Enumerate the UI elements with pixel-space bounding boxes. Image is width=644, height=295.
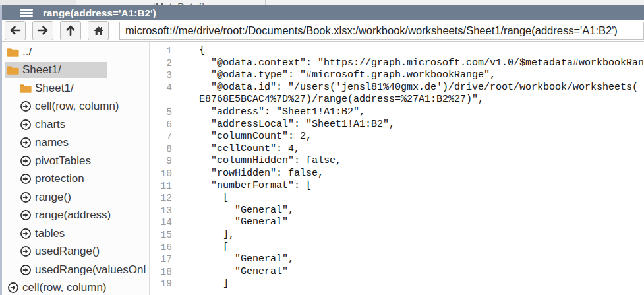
explorer-window: range(address='A1:B2')	[2, 5, 644, 295]
code-row: 12 [	[150, 192, 644, 205]
sidebar-item[interactable]: names	[2, 134, 149, 152]
window-titlebar: range(address='A1:B2')	[2, 5, 644, 20]
code-line: "cellCount": 4,	[194, 143, 644, 156]
line-number: 4	[150, 82, 194, 94]
code-row: 14 "General"	[150, 216, 644, 229]
code-row: 16 [	[150, 242, 644, 254]
code-row: 6 "addressLocal": "Sheet1!A1:B2",	[150, 119, 644, 131]
code-line: "@odata.id": "/users('jensl81%40gmx.de')…	[194, 82, 644, 94]
left-arrow-icon	[9, 25, 21, 36]
line-number: 17	[150, 253, 194, 266]
code-row: 10 "rowHidden": false,	[150, 168, 644, 180]
code-line: "@odata.context": "https://graph.microso…	[194, 57, 644, 70]
code-line: "columnHidden": false,	[194, 155, 644, 168]
code-row: 17 "General",	[150, 253, 644, 266]
code-line: "General",	[194, 253, 644, 266]
line-number: 18	[150, 266, 194, 279]
code-line: "address": "Sheet1!A1:B2",	[194, 106, 644, 119]
sidebar-item[interactable]: ../	[2, 43, 149, 61]
code-line: "numberFormat": [	[194, 180, 644, 193]
code-line: E8768E5BCAC4%7D%27)/range(address=%27A1:…	[194, 94, 644, 106]
line-number: 7	[150, 131, 194, 143]
code-row: 8 "cellCount": 4,	[150, 143, 644, 156]
sidebar-item[interactable]: range(address)	[2, 207, 149, 225]
sidebar-item-label: names	[35, 136, 69, 149]
hamburger-menu-icon[interactable]	[20, 9, 33, 17]
sidebar-item-label: Sheet1/	[22, 63, 61, 77]
code-line: "General",	[194, 205, 644, 217]
line-number: 14	[150, 216, 194, 229]
code-row: 2 "@odata.context": "https://graph.micro…	[150, 57, 644, 70]
sidebar-item[interactable]: cell(row, column)	[2, 279, 149, 295]
forward-button[interactable]	[32, 21, 53, 40]
code-line: "rowHidden": false,	[194, 168, 644, 180]
function-arrow-icon	[19, 209, 32, 221]
sidebar-item[interactable]: cell(row, column)	[2, 98, 149, 116]
line-number: 16	[150, 242, 194, 254]
function-arrow-icon	[19, 228, 32, 240]
code-row: 1 {	[150, 45, 644, 57]
line-number: 5	[150, 106, 194, 119]
function-arrow-icon	[19, 100, 32, 112]
code-row: 18 "General"	[150, 266, 644, 279]
function-arrow-icon	[19, 246, 32, 257]
function-arrow-icon	[19, 119, 32, 131]
up-arrow-icon	[65, 24, 76, 36]
sidebar-tree: ../	[2, 42, 150, 295]
sidebar-item[interactable]: pivotTables	[2, 152, 149, 170]
sidebar-item[interactable]: usedRange(valuesOnl	[2, 261, 149, 279]
sidebar-item[interactable]: usedRange()	[2, 243, 149, 261]
code-row: E8768E5BCAC4%7D%27)/range(address=%27A1:…	[150, 94, 644, 106]
sidebar-item-label: tables	[35, 227, 65, 240]
code-line: "columnCount": 2,	[194, 131, 644, 143]
function-arrow-icon	[7, 282, 19, 294]
function-arrow-icon	[19, 191, 32, 203]
line-number: 2	[150, 57, 194, 70]
line-number: 13	[150, 205, 194, 217]
sidebar-item[interactable]: tables	[2, 224, 149, 243]
function-arrow-icon	[19, 173, 32, 185]
code-line: {	[194, 45, 644, 57]
json-viewer: 1 { 2 "@odata.context": "https://graph.m…	[150, 42, 644, 295]
sidebar-item-label: cell(row, column)	[22, 281, 107, 294]
code-line: ]	[194, 278, 644, 290]
line-number	[150, 94, 194, 106]
function-arrow-icon	[19, 264, 32, 276]
code-line: [	[194, 192, 644, 205]
back-button[interactable]	[5, 21, 26, 40]
code-row: 4 "@odata.id": "/users('jensl81%40gmx.de…	[150, 82, 644, 94]
sidebar-item-label: Sheet1/	[35, 82, 74, 95]
code-row: 19 ]	[150, 278, 644, 290]
address-bar-input[interactable]	[119, 22, 644, 40]
sidebar-item[interactable]: protection	[2, 170, 149, 189]
sidebar-item-label: pivotTables	[35, 154, 91, 168]
sidebar-item[interactable]: Sheet1/	[2, 79, 149, 98]
line-number: 8	[150, 143, 194, 156]
sidebar-item-label: charts	[35, 118, 65, 131]
background-window-strip: getMetaData()	[0, 0, 644, 5]
code-row: 13 "General",	[150, 205, 644, 217]
code-row: 11 "numberFormat": [	[150, 180, 644, 193]
background-divider	[265, 0, 266, 5]
sidebar-item-label: range()	[35, 191, 71, 204]
line-number: 10	[150, 168, 194, 180]
line-number: 12	[150, 192, 194, 205]
line-number: 11	[150, 180, 194, 193]
sidebar-item-label: protection	[35, 172, 84, 185]
sidebar-item[interactable]: charts	[2, 115, 149, 134]
right-arrow-icon	[37, 25, 49, 36]
home-button[interactable]	[88, 21, 109, 40]
code-row: 3 "@odata.type": "#microsoft.graph.workb…	[150, 69, 644, 82]
sidebar-item[interactable]: Sheet1/	[2, 61, 149, 80]
line-number: 3	[150, 69, 194, 82]
line-number: 19	[150, 278, 194, 290]
code-line: "General"	[194, 216, 644, 229]
line-number: 1	[150, 45, 194, 57]
up-button[interactable]	[60, 21, 81, 40]
sidebar-item-label: cell(row, column)	[35, 100, 119, 113]
folder-icon	[7, 46, 19, 58]
background-tab-peek: getMetaData()	[142, 1, 205, 5]
sidebar-item[interactable]: range()	[2, 188, 149, 207]
code-row: 7 "columnCount": 2,	[150, 131, 644, 143]
line-number: 15	[150, 229, 194, 242]
